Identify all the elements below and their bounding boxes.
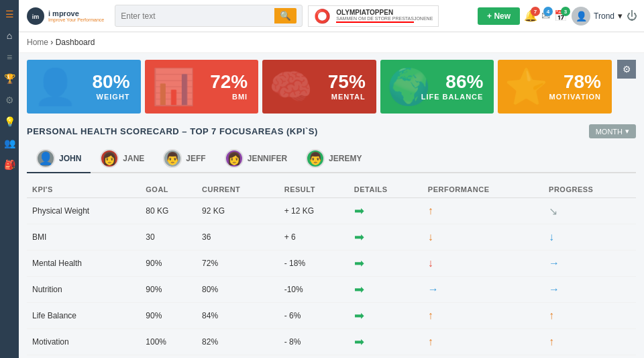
mental-percent: 75%: [328, 73, 366, 91]
sidebar-bag-icon[interactable]: 🎒: [0, 156, 19, 173]
kpi-current: 80%: [197, 277, 279, 303]
calendar-badge: 3: [561, 7, 570, 16]
kpi-goal: 90%: [140, 251, 197, 277]
lifebalance-label: LIFE BALANCE: [421, 93, 484, 101]
kpi-current: 84%: [197, 355, 279, 359]
kpi-performance-icon: ↑: [423, 303, 543, 329]
col-progress: PROGRESS: [543, 181, 636, 198]
content: 👤 80% WEIGHT 📊 72% BMI: [19, 53, 644, 358]
calendar-notification-icon[interactable]: 📅 3: [554, 9, 568, 22]
sidebar-lightbulb-icon[interactable]: 💡: [0, 113, 19, 130]
olympia-underline: [336, 21, 413, 23]
metric-text-mental: 75% MENTAL: [328, 73, 366, 101]
table-row: Mental Health 90% 72% - 18% ➡ ↓ →: [27, 251, 636, 277]
kpi-progress-icon: →: [543, 251, 636, 277]
breadcrumb-home[interactable]: Home: [27, 38, 48, 47]
metric-card-bmi: 📊 72% BMI: [145, 60, 259, 114]
bmi-bg-icon: 📊: [152, 66, 195, 107]
bell-notification-icon[interactable]: 🔔 7: [524, 9, 537, 22]
kpi-details-icon[interactable]: ➡: [349, 355, 423, 359]
kpi-performance-icon: ↓: [423, 251, 543, 277]
kpi-goal: 100%: [140, 329, 197, 355]
metric-card-lifebalance: 🌍 86% LIFE BALANCE: [380, 60, 494, 114]
search-input[interactable]: [121, 11, 272, 21]
mail-notification-icon[interactable]: ✉ 4: [541, 9, 550, 22]
tab-jeff[interactable]: 👨 JEFF: [154, 145, 215, 173]
col-result: RESULT: [279, 181, 349, 198]
tab-john[interactable]: 👤 JOHN: [27, 145, 91, 173]
metric-card-weight: 👤 80% WEIGHT: [27, 60, 141, 114]
logo-text-block: i mprove Improve Your Performance: [48, 9, 104, 22]
topbar-right: + New 🔔 7 ✉ 4 📅 3 👤 Trond ▾: [478, 7, 637, 26]
kpi-current: 92 KG: [197, 198, 279, 224]
section-header: PERSONAL HEALTH SCORECARD – TOP 7 FOCUSA…: [27, 124, 636, 138]
olympia-banner: ⭕ OLYMPIATOPPEN SAMMEN OM DE STORE PREST…: [308, 5, 439, 27]
motivation-bg-icon: ⭐: [504, 66, 548, 107]
metric-card-motivation: ⭐ 78% MOTIVATION: [498, 60, 612, 114]
kpi-current: 72%: [197, 251, 279, 277]
tab-jennifer[interactable]: 👩 JENNIFER: [215, 145, 297, 173]
breadcrumb-current: Dashboard: [56, 38, 95, 47]
month-label: MONTH: [596, 128, 623, 136]
kpi-table: KPI'S GOAL CURRENT RESULT DETAILS PERFOR…: [27, 181, 636, 358]
kpi-name: Motivation: [27, 329, 140, 355]
bmi-percent: 72%: [210, 73, 248, 91]
kpi-goal: 80 KG: [140, 198, 197, 224]
metric-text-motivation: 78% MOTIVATION: [549, 73, 601, 101]
metric-cards: 👤 80% WEIGHT 📊 72% BMI: [27, 60, 612, 114]
tab-jennifer-label: JENNIFER: [248, 154, 287, 163]
kpi-details-icon[interactable]: ➡: [349, 329, 423, 355]
weight-percent: 80%: [93, 73, 130, 91]
hamburger-menu-icon[interactable]: ☰: [0, 5, 19, 23]
card-settings-button[interactable]: ⚙: [617, 60, 636, 79]
sidebar-settings-icon[interactable]: ⚙: [0, 91, 19, 109]
kpi-goal: 90%: [140, 303, 197, 329]
kpi-current: 82%: [197, 329, 279, 355]
weight-bg-icon: 👤: [34, 66, 77, 107]
tab-jeremy[interactable]: 👨 JEREMY: [297, 145, 371, 173]
avatar-jennifer: 👩: [225, 149, 244, 168]
table-row: BMI 30 36 + 6 ➡ ↓ ↓: [27, 224, 636, 251]
logo-title: i mprove: [48, 9, 104, 17]
sidebar-trophy-icon[interactable]: 🏆: [0, 70, 19, 87]
search-bar[interactable]: 🔍: [115, 5, 303, 27]
kpi-performance-icon: ↑: [423, 329, 543, 355]
chevron-down-icon: ▾: [618, 11, 623, 21]
month-button[interactable]: MONTH ▾: [589, 124, 636, 138]
topbar: im i mprove Improve Your Performance 🔍 ⭕…: [19, 0, 644, 32]
kpi-goal: 30: [140, 224, 197, 251]
table-row: Physical Weight 80 KG 92 KG + 12 KG ➡ ↑ …: [27, 198, 636, 224]
kpi-result: + 6: [279, 224, 349, 251]
kpi-details-icon[interactable]: ➡: [349, 303, 423, 329]
sidebar-group-icon[interactable]: 👥: [0, 134, 19, 152]
logo-svg: im: [25, 6, 46, 26]
sidebar-home-icon[interactable]: ⌂: [0, 27, 19, 44]
kpi-result: - 8%: [279, 329, 349, 355]
kpi-result: -10%: [279, 277, 349, 303]
table-row: Follow Plan 100% 84% -16% ➡ ↑ ↑: [27, 355, 636, 359]
kpi-performance-icon: ↓: [423, 224, 543, 251]
kpi-result: - 18%: [279, 251, 349, 277]
tab-jane-label: JANE: [123, 154, 144, 163]
sidebar-list-icon[interactable]: ≡: [0, 48, 19, 66]
kpi-goal: 100%: [140, 355, 197, 359]
kpi-details-icon[interactable]: ➡: [349, 224, 423, 251]
table-header-row: KPI'S GOAL CURRENT RESULT DETAILS PERFOR…: [27, 181, 636, 198]
user-name: Trond: [594, 11, 614, 21]
kpi-performance-icon: ↑: [423, 198, 543, 224]
kpi-result: -16%: [279, 355, 349, 359]
search-button[interactable]: 🔍: [274, 8, 297, 24]
user-info[interactable]: 👤 Trond ▾: [572, 7, 623, 26]
col-goal: GOAL: [140, 181, 197, 198]
kpi-details-icon[interactable]: ➡: [349, 251, 423, 277]
kpi-details-icon[interactable]: ➡: [349, 198, 423, 224]
logout-icon[interactable]: ⏻: [627, 10, 637, 22]
metric-text-bmi: 72% BMI: [210, 73, 248, 101]
olympia-name: OLYMPIATOPPEN: [336, 9, 433, 16]
lifebalance-percent: 86%: [421, 73, 484, 91]
kpi-details-icon[interactable]: ➡: [349, 277, 423, 303]
tab-jane[interactable]: 👩 JANE: [91, 145, 154, 173]
new-button[interactable]: + New: [478, 7, 520, 25]
col-current: CURRENT: [197, 181, 279, 198]
kpi-result: - 6%: [279, 303, 349, 329]
